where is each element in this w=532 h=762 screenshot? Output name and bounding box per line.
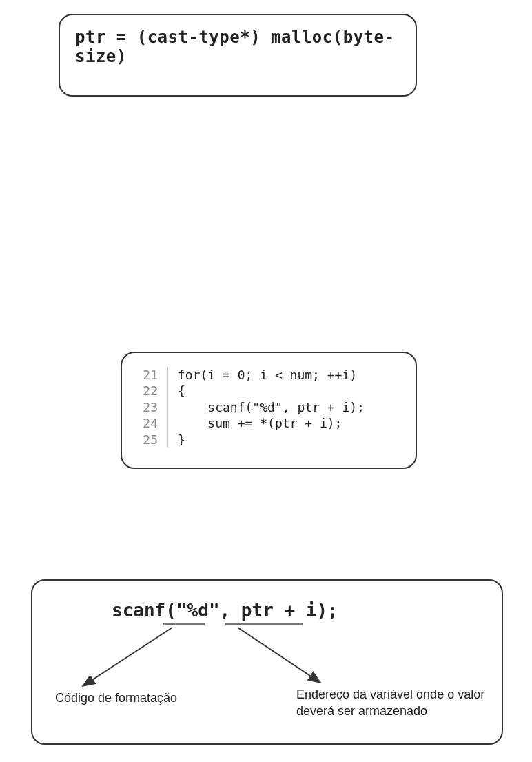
label-format-code: Código de formatação	[55, 690, 179, 706]
arrow-right	[238, 628, 320, 683]
label-address-var: Endereço da variável onde o valor deverá…	[296, 686, 496, 720]
arrow-left	[83, 628, 172, 686]
arrow-overlay	[0, 0, 532, 762]
